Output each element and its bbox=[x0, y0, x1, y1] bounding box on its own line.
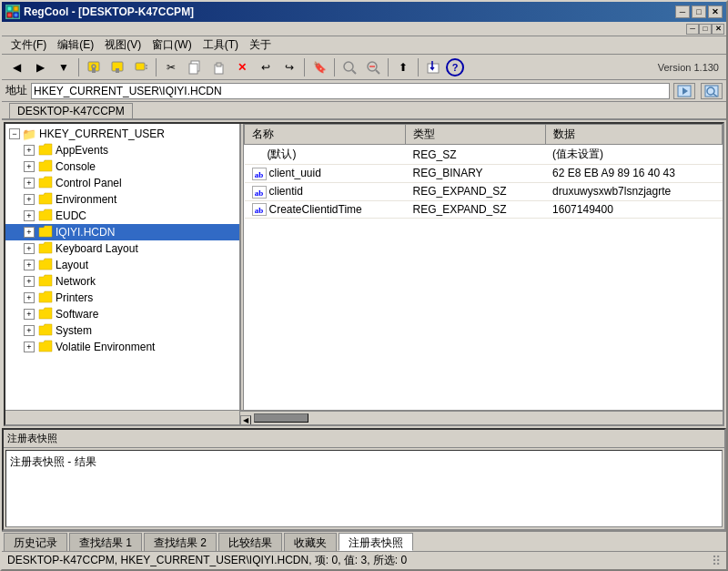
folder-icon-controlpanel bbox=[38, 176, 53, 191]
tab-snapshot[interactable]: 注册表快照 bbox=[339, 533, 413, 551]
folder-icon-console bbox=[38, 159, 53, 175]
toolbar-export[interactable] bbox=[422, 57, 444, 77]
maximize-button[interactable]: □ bbox=[692, 5, 706, 18]
toolbar-copy[interactable] bbox=[184, 57, 206, 77]
detail-row-3[interactable]: abCreateClientidTimeREG_EXPAND_SZ1607149… bbox=[245, 200, 723, 219]
toolbar-cut[interactable]: ✂ bbox=[160, 57, 182, 77]
tree-root-toggle[interactable]: − bbox=[9, 128, 20, 139]
col-data[interactable]: 数据 bbox=[545, 125, 722, 145]
address-input[interactable] bbox=[31, 83, 670, 99]
detail-row-0[interactable]: (默认)REG_SZ(值未设置) bbox=[245, 145, 723, 165]
inner-close-button[interactable]: ✕ bbox=[712, 24, 724, 35]
toolbar-help[interactable]: ? bbox=[446, 58, 464, 76]
toolbar-redo[interactable]: ↪ bbox=[278, 57, 300, 77]
detail-row-1[interactable]: abclient_uuidREG_BINARY62 E8 EB A9 89 16… bbox=[245, 165, 723, 183]
tree-toggle-controlpanel[interactable]: + bbox=[24, 178, 35, 189]
tab-history[interactable]: 历史记录 bbox=[4, 533, 67, 551]
address-go-button[interactable] bbox=[673, 83, 695, 99]
menu-window[interactable]: 窗口(W) bbox=[147, 36, 197, 54]
tree-toggle-network[interactable]: + bbox=[24, 276, 35, 287]
tree-toggle-system[interactable]: + bbox=[24, 325, 35, 336]
tree-item-iqiyi[interactable]: +IQIYI.HCDN bbox=[5, 224, 239, 240]
toolbar-key2[interactable] bbox=[106, 57, 128, 77]
tree-item-layout[interactable]: +Layout bbox=[5, 257, 239, 273]
bottom-tabs: 历史记录 查找结果 1 查找结果 2 比较结果 收藏夹 注册表快照 bbox=[2, 531, 726, 551]
tree-item-console[interactable]: +Console bbox=[5, 158, 239, 175]
toolbar-key3[interactable] bbox=[130, 57, 152, 77]
tree-toggle-iqiyi[interactable]: + bbox=[24, 227, 35, 238]
hscroll-left-btn[interactable]: ◀ bbox=[240, 415, 251, 426]
hscroll-thumb[interactable] bbox=[254, 413, 308, 423]
tree-item-keyboard[interactable]: +Keyboard Layout bbox=[5, 240, 239, 257]
row-icon-0 bbox=[252, 148, 265, 161]
tree-item-environment[interactable]: +Environment bbox=[5, 191, 239, 208]
tree-item-printers[interactable]: +Printers bbox=[5, 290, 239, 306]
tree-toggle-console[interactable]: + bbox=[24, 161, 35, 172]
toolbar-bookmark[interactable]: 🔖 bbox=[308, 57, 330, 77]
inner-minimize-button[interactable]: ─ bbox=[686, 24, 699, 35]
row-icon-2: ab bbox=[252, 186, 267, 199]
toolbar-key1[interactable] bbox=[83, 57, 105, 77]
tree-item-eudc[interactable]: +EUDC bbox=[5, 208, 239, 224]
toolbar-search1[interactable] bbox=[339, 57, 360, 77]
tab-search2[interactable]: 查找结果 2 bbox=[144, 533, 217, 551]
tree-label-volatile: Volatile Environment bbox=[56, 341, 155, 353]
hscroll-area: ◀ ▶ bbox=[5, 410, 723, 424]
tab-favorites[interactable]: 收藏夹 bbox=[284, 533, 337, 551]
svg-rect-13 bbox=[189, 64, 197, 74]
col-name[interactable]: 名称 bbox=[245, 125, 406, 145]
tree-toggle-software[interactable]: + bbox=[24, 309, 35, 320]
tree-item-network[interactable]: +Network bbox=[5, 273, 239, 290]
row-icon-1: ab bbox=[252, 168, 267, 180]
toolbar-dropdown[interactable]: ▼ bbox=[53, 57, 75, 77]
toolbar-sep-5 bbox=[388, 58, 389, 76]
detail-row-2[interactable]: abclientidREG_EXPAND_SZdruxuwysxwb7lsnzj… bbox=[245, 182, 723, 200]
menu-edit[interactable]: 编辑(E) bbox=[52, 36, 99, 54]
menu-about[interactable]: 关于 bbox=[244, 36, 277, 54]
tree-root[interactable]: − 📁 HKEY_CURRENT_USER bbox=[5, 126, 239, 142]
tree-item-system[interactable]: +System bbox=[5, 322, 239, 339]
minimize-button[interactable]: ─ bbox=[675, 5, 690, 18]
tree-toggle-keyboard[interactable]: + bbox=[24, 243, 35, 254]
toolbar-paste[interactable] bbox=[207, 57, 229, 77]
cell-data-3: 1607149400 bbox=[545, 200, 722, 219]
tab-search1[interactable]: 查找结果 1 bbox=[69, 533, 142, 551]
hscroll-right[interactable]: ◀ ▶ bbox=[240, 411, 723, 424]
path-tab-item[interactable]: DESKTOP-K47CCPM bbox=[9, 103, 133, 118]
toolbar-forward[interactable]: ▶ bbox=[29, 57, 51, 77]
toolbar-search2[interactable] bbox=[362, 57, 384, 77]
toolbar-undo[interactable]: ↩ bbox=[255, 57, 277, 77]
tree-toggle-layout[interactable]: + bbox=[24, 260, 35, 270]
folder-icon-eudc bbox=[38, 209, 53, 224]
toolbar-up[interactable]: ⬆ bbox=[392, 57, 414, 77]
tree-toggle-environment[interactable]: + bbox=[24, 194, 35, 205]
address-label: 地址 bbox=[5, 83, 27, 98]
bottom-panel-title: 注册表快照 bbox=[4, 430, 724, 448]
menu-view[interactable]: 视图(V) bbox=[99, 36, 147, 54]
menu-tools[interactable]: 工具(T) bbox=[197, 36, 244, 54]
tree-toggle-volatile[interactable]: + bbox=[24, 342, 35, 352]
tab-compare[interactable]: 比较结果 bbox=[218, 533, 282, 551]
inner-maximize-button[interactable]: □ bbox=[699, 24, 712, 35]
tree-label-keyboard: Keyboard Layout bbox=[56, 242, 138, 255]
toolbar-back[interactable]: ◀ bbox=[5, 57, 27, 77]
tree-item-controlpanel[interactable]: +Control Panel bbox=[5, 175, 239, 191]
tree-items-container: +AppEvents+Console+Control Panel+Environ… bbox=[5, 142, 239, 355]
tree-toggle-eudc[interactable]: + bbox=[24, 210, 35, 221]
tree-item-appevents[interactable]: +AppEvents bbox=[5, 142, 239, 158]
version-label: Version 1.130 bbox=[658, 62, 723, 73]
col-type[interactable]: 类型 bbox=[405, 125, 545, 145]
tree-item-volatile[interactable]: +Volatile Environment bbox=[5, 339, 239, 355]
tree-toggle-appevents[interactable]: + bbox=[24, 145, 35, 156]
tree-toggle-printers[interactable]: + bbox=[24, 292, 35, 303]
content-row: − 📁 HKEY_CURRENT_USER +AppEvents+Console… bbox=[5, 124, 723, 410]
folder-icon-software bbox=[38, 307, 53, 322]
tree-item-software[interactable]: +Software bbox=[5, 306, 239, 322]
cell-type-1: REG_BINARY bbox=[405, 165, 545, 183]
menu-file[interactable]: 文件(F) bbox=[5, 36, 52, 54]
close-button[interactable]: ✕ bbox=[708, 5, 723, 18]
cell-name-3: abCreateClientidTime bbox=[245, 200, 406, 219]
detail-table: 名称 类型 数据 (默认)REG_SZ(值未设置)abclient_uuidRE… bbox=[244, 124, 723, 219]
toolbar-delete[interactable]: ✕ bbox=[231, 57, 253, 77]
address-search-button[interactable] bbox=[701, 83, 723, 99]
